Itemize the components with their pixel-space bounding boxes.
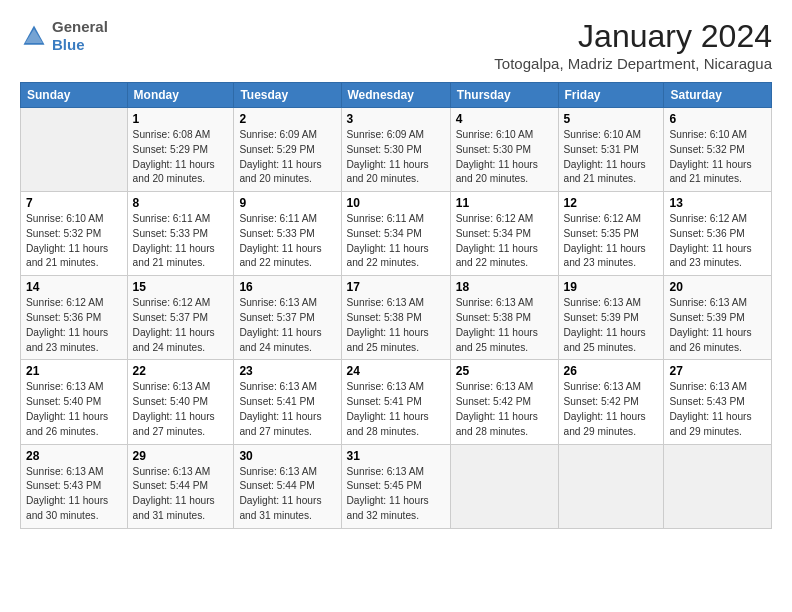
day-number: 24: [347, 364, 445, 378]
day-info: Sunrise: 6:13 AMSunset: 5:40 PMDaylight:…: [133, 380, 229, 439]
logo-blue-text: Blue: [52, 36, 85, 53]
week-row-1: 1Sunrise: 6:08 AMSunset: 5:29 PMDaylight…: [21, 108, 772, 192]
calendar-cell: 20Sunrise: 6:13 AMSunset: 5:39 PMDayligh…: [664, 276, 772, 360]
calendar-cell: 29Sunrise: 6:13 AMSunset: 5:44 PMDayligh…: [127, 444, 234, 528]
calendar-cell: [21, 108, 128, 192]
calendar-cell: 16Sunrise: 6:13 AMSunset: 5:37 PMDayligh…: [234, 276, 341, 360]
day-number: 7: [26, 196, 122, 210]
day-info: Sunrise: 6:13 AMSunset: 5:39 PMDaylight:…: [564, 296, 659, 355]
calendar-cell: 2Sunrise: 6:09 AMSunset: 5:29 PMDaylight…: [234, 108, 341, 192]
day-info: Sunrise: 6:12 AMSunset: 5:35 PMDaylight:…: [564, 212, 659, 271]
logo: General Blue: [20, 18, 108, 54]
title-block: January 2024 Totogalpa, Madriz Departmen…: [494, 18, 772, 72]
day-number: 21: [26, 364, 122, 378]
day-number: 4: [456, 112, 553, 126]
calendar-cell: 28Sunrise: 6:13 AMSunset: 5:43 PMDayligh…: [21, 444, 128, 528]
day-number: 14: [26, 280, 122, 294]
day-info: Sunrise: 6:13 AMSunset: 5:37 PMDaylight:…: [239, 296, 335, 355]
calendar-cell: 5Sunrise: 6:10 AMSunset: 5:31 PMDaylight…: [558, 108, 664, 192]
day-of-week-monday: Monday: [127, 83, 234, 108]
calendar-cell: 24Sunrise: 6:13 AMSunset: 5:41 PMDayligh…: [341, 360, 450, 444]
day-number: 11: [456, 196, 553, 210]
calendar-cell: 18Sunrise: 6:13 AMSunset: 5:38 PMDayligh…: [450, 276, 558, 360]
calendar-cell: 3Sunrise: 6:09 AMSunset: 5:30 PMDaylight…: [341, 108, 450, 192]
day-number: 3: [347, 112, 445, 126]
day-info: Sunrise: 6:12 AMSunset: 5:37 PMDaylight:…: [133, 296, 229, 355]
day-number: 8: [133, 196, 229, 210]
calendar-cell: 22Sunrise: 6:13 AMSunset: 5:40 PMDayligh…: [127, 360, 234, 444]
calendar-cell: 17Sunrise: 6:13 AMSunset: 5:38 PMDayligh…: [341, 276, 450, 360]
day-number: 23: [239, 364, 335, 378]
calendar-cell: 19Sunrise: 6:13 AMSunset: 5:39 PMDayligh…: [558, 276, 664, 360]
day-number: 18: [456, 280, 553, 294]
day-of-week-wednesday: Wednesday: [341, 83, 450, 108]
calendar-cell: 26Sunrise: 6:13 AMSunset: 5:42 PMDayligh…: [558, 360, 664, 444]
day-info: Sunrise: 6:10 AMSunset: 5:32 PMDaylight:…: [26, 212, 122, 271]
day-info: Sunrise: 6:12 AMSunset: 5:34 PMDaylight:…: [456, 212, 553, 271]
day-of-week-friday: Friday: [558, 83, 664, 108]
calendar-cell: 30Sunrise: 6:13 AMSunset: 5:44 PMDayligh…: [234, 444, 341, 528]
location: Totogalpa, Madriz Department, Nicaragua: [494, 55, 772, 72]
day-info: Sunrise: 6:11 AMSunset: 5:33 PMDaylight:…: [133, 212, 229, 271]
day-info: Sunrise: 6:08 AMSunset: 5:29 PMDaylight:…: [133, 128, 229, 187]
calendar-cell: 21Sunrise: 6:13 AMSunset: 5:40 PMDayligh…: [21, 360, 128, 444]
day-number: 10: [347, 196, 445, 210]
logo-icon: [20, 22, 48, 50]
day-info: Sunrise: 6:13 AMSunset: 5:43 PMDaylight:…: [669, 380, 766, 439]
calendar-cell: [558, 444, 664, 528]
day-info: Sunrise: 6:13 AMSunset: 5:43 PMDaylight:…: [26, 465, 122, 524]
calendar-cell: 9Sunrise: 6:11 AMSunset: 5:33 PMDaylight…: [234, 192, 341, 276]
day-number: 17: [347, 280, 445, 294]
day-number: 16: [239, 280, 335, 294]
calendar-cell: 7Sunrise: 6:10 AMSunset: 5:32 PMDaylight…: [21, 192, 128, 276]
day-number: 9: [239, 196, 335, 210]
day-number: 1: [133, 112, 229, 126]
day-of-week-thursday: Thursday: [450, 83, 558, 108]
day-number: 13: [669, 196, 766, 210]
day-of-week-saturday: Saturday: [664, 83, 772, 108]
day-number: 25: [456, 364, 553, 378]
header: General Blue January 2024 Totogalpa, Mad…: [20, 18, 772, 72]
day-info: Sunrise: 6:10 AMSunset: 5:31 PMDaylight:…: [564, 128, 659, 187]
day-info: Sunrise: 6:10 AMSunset: 5:30 PMDaylight:…: [456, 128, 553, 187]
day-info: Sunrise: 6:09 AMSunset: 5:29 PMDaylight:…: [239, 128, 335, 187]
day-number: 12: [564, 196, 659, 210]
day-info: Sunrise: 6:13 AMSunset: 5:38 PMDaylight:…: [456, 296, 553, 355]
day-number: 15: [133, 280, 229, 294]
day-number: 22: [133, 364, 229, 378]
day-info: Sunrise: 6:13 AMSunset: 5:41 PMDaylight:…: [347, 380, 445, 439]
day-number: 19: [564, 280, 659, 294]
calendar-cell: 13Sunrise: 6:12 AMSunset: 5:36 PMDayligh…: [664, 192, 772, 276]
day-info: Sunrise: 6:10 AMSunset: 5:32 PMDaylight:…: [669, 128, 766, 187]
calendar-cell: 1Sunrise: 6:08 AMSunset: 5:29 PMDaylight…: [127, 108, 234, 192]
calendar-cell: 31Sunrise: 6:13 AMSunset: 5:45 PMDayligh…: [341, 444, 450, 528]
calendar-cell: 4Sunrise: 6:10 AMSunset: 5:30 PMDaylight…: [450, 108, 558, 192]
week-row-4: 21Sunrise: 6:13 AMSunset: 5:40 PMDayligh…: [21, 360, 772, 444]
calendar-cell: 14Sunrise: 6:12 AMSunset: 5:36 PMDayligh…: [21, 276, 128, 360]
day-info: Sunrise: 6:13 AMSunset: 5:42 PMDaylight:…: [456, 380, 553, 439]
logo-text: General Blue: [52, 18, 108, 54]
page: General Blue January 2024 Totogalpa, Mad…: [0, 0, 792, 539]
day-info: Sunrise: 6:13 AMSunset: 5:38 PMDaylight:…: [347, 296, 445, 355]
days-of-week-row: SundayMondayTuesdayWednesdayThursdayFrid…: [21, 83, 772, 108]
calendar-cell: 11Sunrise: 6:12 AMSunset: 5:34 PMDayligh…: [450, 192, 558, 276]
calendar-cell: 10Sunrise: 6:11 AMSunset: 5:34 PMDayligh…: [341, 192, 450, 276]
calendar-cell: 6Sunrise: 6:10 AMSunset: 5:32 PMDaylight…: [664, 108, 772, 192]
calendar-header: SundayMondayTuesdayWednesdayThursdayFrid…: [21, 83, 772, 108]
day-info: Sunrise: 6:11 AMSunset: 5:33 PMDaylight:…: [239, 212, 335, 271]
logo-general-text: General: [52, 18, 108, 35]
calendar-cell: [450, 444, 558, 528]
day-info: Sunrise: 6:13 AMSunset: 5:45 PMDaylight:…: [347, 465, 445, 524]
calendar-cell: 15Sunrise: 6:12 AMSunset: 5:37 PMDayligh…: [127, 276, 234, 360]
day-info: Sunrise: 6:13 AMSunset: 5:41 PMDaylight:…: [239, 380, 335, 439]
day-number: 31: [347, 449, 445, 463]
day-info: Sunrise: 6:13 AMSunset: 5:40 PMDaylight:…: [26, 380, 122, 439]
day-number: 26: [564, 364, 659, 378]
day-number: 29: [133, 449, 229, 463]
day-info: Sunrise: 6:11 AMSunset: 5:34 PMDaylight:…: [347, 212, 445, 271]
day-info: Sunrise: 6:13 AMSunset: 5:42 PMDaylight:…: [564, 380, 659, 439]
day-number: 20: [669, 280, 766, 294]
week-row-3: 14Sunrise: 6:12 AMSunset: 5:36 PMDayligh…: [21, 276, 772, 360]
day-number: 2: [239, 112, 335, 126]
svg-marker-1: [25, 29, 43, 43]
